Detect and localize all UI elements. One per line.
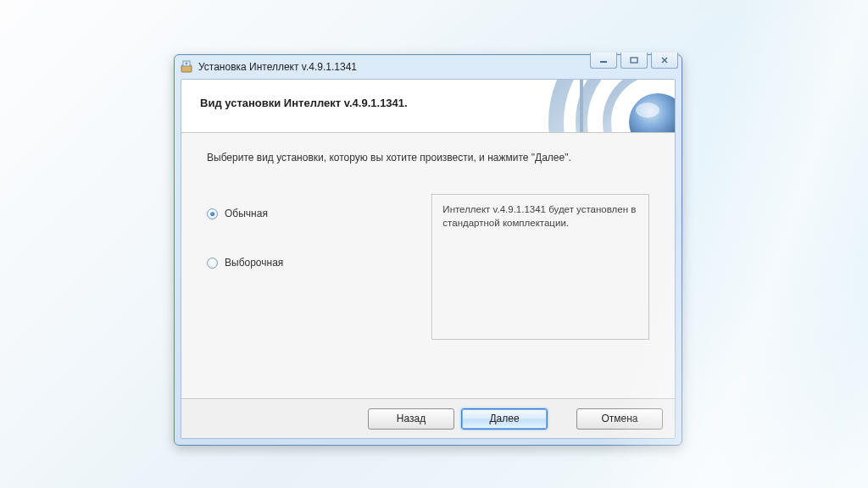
radio-normal[interactable]	[207, 208, 218, 219]
wizard-banner: Вид установки Интеллект v.4.9.1.1341.	[181, 80, 675, 133]
window-title: Установка Интеллект v.4.9.1.1341	[198, 61, 357, 73]
minimize-button[interactable]	[590, 53, 617, 69]
wizard-footer: Назад Далее Отмена	[181, 398, 675, 438]
option-custom[interactable]: Выборочная	[207, 257, 415, 269]
svg-point-5	[581, 80, 675, 133]
option-description: Интеллект v.4.9.1.1341 будет установлен …	[431, 194, 649, 340]
cancel-button[interactable]: Отмена	[576, 408, 663, 430]
option-normal[interactable]: Обычная	[207, 208, 415, 219]
option-custom-label: Выборочная	[225, 257, 283, 269]
install-type-options: Обычная Выборочная	[207, 194, 415, 306]
installer-window: Установка Интеллект v.4.9.1.1341 Вид уст…	[174, 54, 682, 446]
wizard-body: Выберите вид установки, которую вы хотит…	[181, 133, 675, 398]
window-buttons	[590, 53, 678, 69]
svg-rect-2	[600, 61, 607, 63]
maximize-button[interactable]	[620, 53, 648, 69]
svg-point-9	[629, 93, 675, 133]
svg-point-6	[607, 80, 675, 133]
client-area: Вид установки Интеллект v.4.9.1.1341.	[181, 79, 676, 439]
installer-icon	[180, 60, 193, 74]
back-button[interactable]: Назад	[368, 408, 454, 430]
radio-custom[interactable]	[207, 258, 218, 269]
banner-decor	[539, 80, 675, 133]
options-row: Обычная Выборочная Интеллект v.4.9.1.134…	[207, 194, 649, 340]
titlebar[interactable]: Установка Интеллект v.4.9.1.1341	[175, 55, 682, 79]
close-button[interactable]	[651, 53, 678, 69]
svg-rect-3	[631, 58, 637, 63]
svg-point-4	[556, 80, 675, 133]
desktop-background: Установка Интеллект v.4.9.1.1341 Вид уст…	[0, 0, 868, 488]
next-button[interactable]: Далее	[461, 408, 548, 430]
option-normal-label: Обычная	[225, 208, 268, 219]
banner-heading: Вид установки Интеллект v.4.9.1.1341.	[200, 97, 408, 109]
instruction-text: Выберите вид установки, которую вы хотит…	[207, 152, 649, 164]
svg-point-10	[636, 103, 659, 118]
